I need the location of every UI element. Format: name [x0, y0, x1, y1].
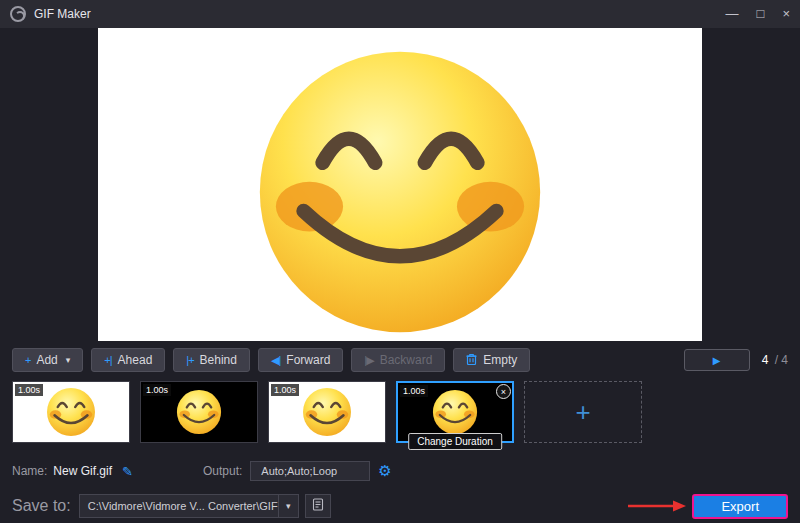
backward-icon: |▶: [364, 354, 373, 367]
save-path-dropdown[interactable]: C:\Vidmore\Vidmore V... Converter\GIF Ma…: [79, 494, 299, 518]
maximize-icon[interactable]: □: [757, 0, 765, 28]
frame-1-duration: 1.00s: [15, 384, 43, 396]
change-duration-button[interactable]: Change Duration: [408, 433, 502, 450]
name-label: Name:: [12, 464, 47, 478]
ahead-label: Ahead: [118, 353, 153, 367]
gear-icon[interactable]: ⚙: [378, 462, 391, 480]
frame-2-image: [176, 389, 222, 435]
add-icon: +: [25, 354, 30, 366]
behind-button[interactable]: |+ Behind: [173, 348, 250, 372]
play-button[interactable]: ▶: [684, 349, 750, 371]
gif-maker-window: GIF Maker — □ × + Add ▾ +| Ahead |+ Behi…: [0, 0, 800, 523]
frame-counter-total: / 4: [775, 353, 788, 367]
frame-thumbnail-1[interactable]: 1.00s: [12, 381, 130, 443]
behind-label: Behind: [200, 353, 237, 367]
frame-4-duration: 1.00s: [400, 385, 428, 397]
meta-row: Name: New Gif.gif ✎ Output: Auto;Auto;Lo…: [0, 461, 800, 481]
backward-label: Backward: [380, 353, 433, 367]
close-icon[interactable]: ×: [782, 0, 790, 28]
frame-2-duration: 1.00s: [143, 384, 171, 396]
preview-area: [0, 28, 800, 341]
frame-thumbnail-2[interactable]: 1.00s: [140, 381, 258, 443]
gif-name-value: New Gif.gif: [53, 464, 112, 478]
titlebar: GIF Maker — □ ×: [0, 0, 800, 28]
chevron-down-icon: ▾: [66, 355, 71, 365]
play-icon: ▶: [713, 355, 721, 366]
smiley-image: [254, 46, 546, 338]
window-title: GIF Maker: [34, 7, 91, 21]
dropdown-caret-icon[interactable]: ▾: [278, 495, 298, 517]
output-label: Output:: [203, 464, 242, 478]
save-to-label: Save to:: [12, 497, 71, 515]
frame-toolbar: + Add ▾ +| Ahead |+ Behind ◀| Forward |▶…: [0, 348, 800, 372]
frame-counter: 4 / 4: [762, 353, 788, 367]
app-logo-icon: [10, 6, 26, 22]
minimize-icon[interactable]: —: [726, 0, 739, 28]
folder-icon: [311, 497, 325, 515]
export-button[interactable]: Export: [692, 494, 788, 519]
filmstrip: 1.00s 1.00s 1.00s 1.00s × Change Duratio…: [0, 381, 800, 445]
forward-label: Forward: [286, 353, 330, 367]
window-controls: — □ ×: [726, 0, 790, 28]
preview-image: [98, 28, 702, 341]
output-group: Output: Auto;Auto;Loop ⚙: [203, 461, 392, 481]
trash-icon: [466, 353, 477, 367]
playback-controls: ▶ 4 / 4: [684, 349, 788, 371]
ahead-icon: +|: [104, 354, 111, 366]
output-value: Auto;Auto;Loop: [250, 461, 370, 481]
annotation-arrow: [628, 499, 686, 513]
ahead-button[interactable]: +| Ahead: [91, 348, 165, 372]
browse-folder-button[interactable]: [305, 494, 331, 518]
frame-remove-icon[interactable]: ×: [496, 384, 511, 399]
edit-name-icon[interactable]: ✎: [122, 464, 133, 479]
frame-thumbnail-3[interactable]: 1.00s: [268, 381, 386, 443]
add-label: Add: [36, 353, 57, 367]
backward-button[interactable]: |▶ Backward: [351, 348, 445, 372]
behind-icon: |+: [186, 354, 193, 366]
plus-icon: +: [575, 397, 590, 428]
frame-4-image: [432, 389, 478, 435]
export-area: Export: [628, 494, 788, 519]
forward-button[interactable]: ◀| Forward: [258, 348, 343, 372]
add-frame-slot[interactable]: +: [524, 381, 642, 443]
save-row: Save to: C:\Vidmore\Vidmore V... Convert…: [0, 493, 800, 519]
save-path-value: C:\Vidmore\Vidmore V... Converter\GIF Ma…: [80, 495, 278, 517]
frame-1-image: [46, 387, 96, 437]
add-button[interactable]: + Add ▾: [12, 348, 83, 372]
empty-label: Empty: [483, 353, 517, 367]
frame-3-image: [302, 387, 352, 437]
forward-icon: ◀|: [271, 354, 280, 367]
frame-thumbnail-4[interactable]: 1.00s × Change Duration: [396, 381, 514, 443]
frame-counter-current: 4: [762, 353, 769, 367]
empty-button[interactable]: Empty: [453, 348, 530, 372]
frame-3-duration: 1.00s: [271, 384, 299, 396]
